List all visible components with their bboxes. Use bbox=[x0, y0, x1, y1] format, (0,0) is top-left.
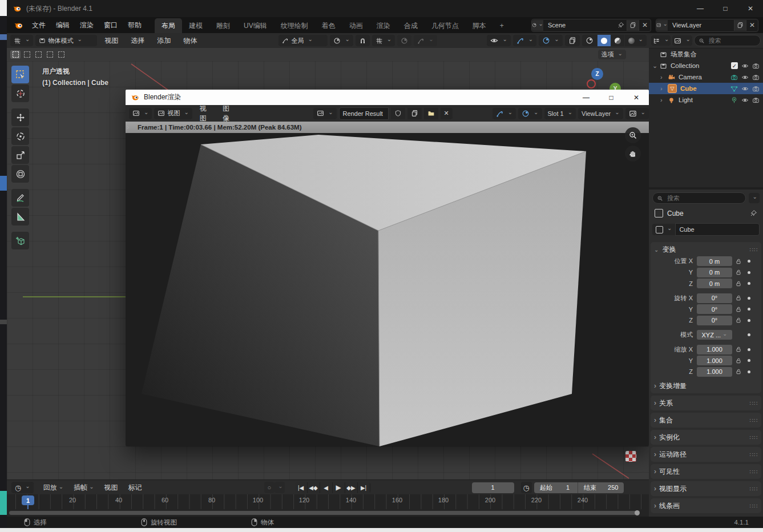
rendered-image-area[interactable] bbox=[126, 133, 649, 446]
outliner-search-input[interactable] bbox=[708, 37, 750, 45]
open-image-button[interactable] bbox=[424, 108, 438, 119]
menu-keying[interactable]: 插帧 bbox=[68, 483, 99, 493]
timeline-scrollbar[interactable] bbox=[7, 509, 649, 517]
expand-arrow-icon[interactable]: ⌄ bbox=[652, 62, 660, 70]
play-button[interactable]: ▶ bbox=[333, 482, 345, 493]
display-channels-dropdown[interactable] bbox=[625, 108, 649, 119]
location-x-field[interactable]: 0 m bbox=[697, 256, 732, 266]
hide-eye-icon[interactable] bbox=[741, 74, 749, 81]
tab-scripting[interactable]: 脚本 bbox=[466, 18, 493, 34]
new-viewlayer-button[interactable] bbox=[734, 20, 746, 31]
tab-animation[interactable]: 动画 bbox=[342, 18, 370, 34]
animate-dot[interactable] bbox=[745, 319, 753, 322]
panel-grip-icon[interactable] bbox=[749, 399, 758, 407]
menu-window[interactable]: 窗口 bbox=[99, 21, 123, 30]
tab-layout[interactable]: 布局 bbox=[155, 18, 182, 34]
location-z-field[interactable]: 0 m bbox=[697, 279, 732, 288]
pivot-point-dropdown[interactable] bbox=[330, 35, 353, 46]
lock-icon[interactable] bbox=[732, 269, 745, 276]
tab-modeling[interactable]: 建模 bbox=[182, 18, 209, 34]
prev-keyframe-button[interactable]: ◀◆ bbox=[308, 482, 320, 493]
remove-viewlayer-button[interactable]: ✕ bbox=[746, 20, 758, 31]
menu-view[interactable]: 视图 bbox=[99, 483, 123, 493]
delta-transform-panel-header[interactable]: 变换增量 bbox=[654, 380, 758, 392]
object-id-dropdown[interactable] bbox=[652, 224, 675, 235]
pan-button[interactable] bbox=[625, 146, 641, 162]
animate-dot[interactable] bbox=[745, 333, 753, 336]
start-frame-field[interactable]: 1 bbox=[558, 484, 578, 491]
outliner-row-cube-selected[interactable]: › ▽ Cube bbox=[649, 83, 763, 94]
tab-compositing[interactable]: 合成 bbox=[397, 18, 425, 34]
motion-paths-panel[interactable]: 运动路径 bbox=[651, 447, 761, 462]
animate-dot[interactable] bbox=[745, 359, 753, 362]
panel-grip-icon[interactable] bbox=[749, 450, 758, 458]
panel-grip-icon[interactable] bbox=[749, 245, 758, 253]
auto-key-toggle[interactable]: ○ bbox=[264, 482, 275, 493]
instancing-panel[interactable]: 实例化 bbox=[651, 430, 761, 445]
scrollbar-thumb[interactable] bbox=[9, 511, 637, 515]
outliner-row-light[interactable]: › Light bbox=[649, 94, 763, 106]
hide-eye-icon[interactable] bbox=[741, 96, 749, 104]
line-art-panel[interactable]: 线条画 bbox=[651, 498, 761, 513]
animate-dot[interactable] bbox=[745, 282, 753, 285]
editor-type-button[interactable]: ◷ bbox=[11, 482, 34, 493]
panel-grip-icon[interactable] bbox=[749, 502, 758, 510]
gizmo-x-axis[interactable] bbox=[587, 79, 596, 88]
breadcrumb-object[interactable]: Cube bbox=[667, 209, 684, 217]
menu-add[interactable]: 添加 bbox=[152, 36, 176, 46]
lock-icon[interactable] bbox=[732, 258, 745, 265]
snap-target-dropdown[interactable] bbox=[372, 35, 395, 46]
outliner-row-scene-collection[interactable]: 场景集合 bbox=[649, 49, 763, 60]
rotation-x-field[interactable]: 0° bbox=[697, 293, 732, 303]
lock-icon[interactable] bbox=[732, 346, 745, 353]
minimize-button[interactable]: — bbox=[688, 0, 713, 17]
new-scene-button[interactable] bbox=[627, 20, 639, 31]
menu-view[interactable]: 视图 bbox=[195, 104, 215, 123]
render-window-titlebar[interactable]: Blender渲染 — □ ✕ bbox=[126, 90, 649, 105]
use-preview-range-toggle[interactable]: ◷ bbox=[521, 482, 532, 493]
slot-dropdown[interactable]: Slot 1 bbox=[544, 108, 576, 119]
properties-search[interactable] bbox=[652, 192, 746, 204]
fake-user-button[interactable] bbox=[391, 108, 405, 119]
render-visibility-icon[interactable] bbox=[752, 96, 760, 104]
gizmo-z-axis[interactable]: Z bbox=[591, 68, 603, 80]
tab-shading[interactable]: 着色 bbox=[315, 18, 342, 34]
rotation-z-field[interactable]: 0° bbox=[697, 316, 732, 325]
lock-icon[interactable] bbox=[732, 368, 745, 375]
lock-icon[interactable] bbox=[732, 295, 745, 301]
object-name-field[interactable]: Cube bbox=[675, 223, 760, 236]
end-frame-field[interactable]: 250 bbox=[602, 484, 624, 491]
lock-icon[interactable] bbox=[732, 357, 745, 364]
editor-type-button[interactable] bbox=[129, 108, 152, 119]
render-close-button[interactable]: ✕ bbox=[624, 90, 649, 105]
image-browse-button[interactable] bbox=[313, 108, 336, 119]
properties-search-input[interactable] bbox=[666, 194, 708, 202]
expand-arrow-icon[interactable]: › bbox=[660, 74, 668, 80]
shading-wireframe-button[interactable] bbox=[582, 35, 597, 46]
tool-scale[interactable] bbox=[11, 146, 29, 164]
tool-cursor[interactable] bbox=[11, 84, 29, 102]
tab-geometry-nodes[interactable]: 几何节点 bbox=[425, 18, 466, 34]
shading-solid-button[interactable] bbox=[598, 35, 611, 46]
select-mode-invert[interactable] bbox=[45, 50, 55, 59]
rotation-y-field[interactable]: 0° bbox=[697, 304, 732, 314]
transform-orientation-dropdown[interactable]: 全局 bbox=[278, 35, 328, 46]
outliner-filter-dropdown[interactable] bbox=[672, 35, 692, 46]
collection-checkbox[interactable]: ✓ bbox=[731, 62, 738, 69]
scale-x-field[interactable]: 1.000 bbox=[697, 345, 732, 354]
scrollbar-handle-dot[interactable] bbox=[635, 510, 640, 515]
select-mode-extend[interactable] bbox=[22, 50, 32, 59]
select-mode-intersect[interactable] bbox=[56, 50, 66, 59]
selectability-visibility-dropdown[interactable] bbox=[487, 35, 510, 46]
proportional-falloff-dropdown[interactable] bbox=[414, 35, 437, 46]
maximize-button[interactable]: □ bbox=[713, 0, 738, 17]
menu-help[interactable]: 帮助 bbox=[123, 21, 147, 30]
current-frame-field[interactable]: 1 bbox=[472, 482, 514, 493]
shading-material-button[interactable] bbox=[611, 35, 624, 46]
outliner-search[interactable] bbox=[694, 35, 761, 46]
scene-browse-button[interactable] bbox=[532, 20, 543, 31]
jump-to-end-button[interactable]: ▶| bbox=[358, 482, 370, 493]
tool-measure[interactable] bbox=[11, 208, 29, 225]
timeline-ruler[interactable]: 20 40 60 80 100 120 140 160 180 200 220 … bbox=[7, 494, 649, 509]
menu-view[interactable]: 视图 bbox=[99, 36, 123, 46]
